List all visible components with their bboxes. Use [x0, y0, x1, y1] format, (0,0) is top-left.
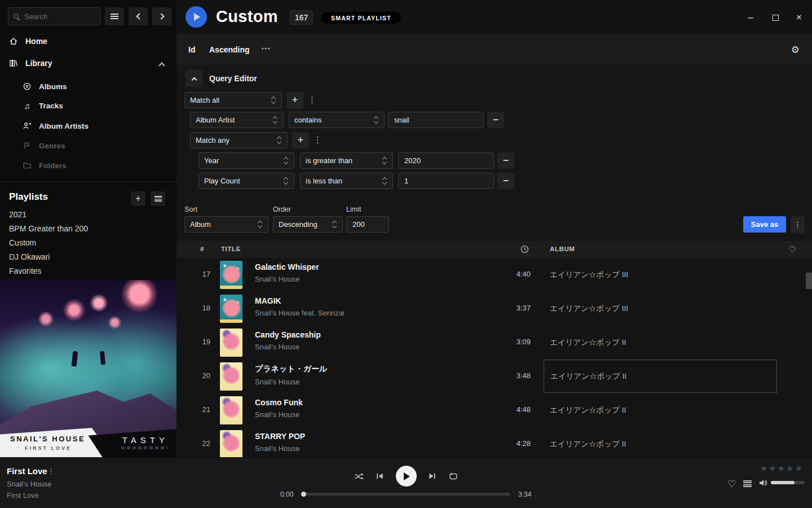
select-value: contains: [294, 116, 321, 124]
back-button[interactable]: [129, 7, 148, 25]
star-icon[interactable]: ★: [769, 463, 776, 474]
rule3-operator-select[interactable]: is less than: [300, 173, 393, 189]
now-playing-album: First Love: [7, 491, 39, 500]
cover-banner: SNAIL'S HOUSE FIRST LOVE TASTY: [0, 428, 176, 457]
table-row[interactable]: 17 Galactic Whisper Snail’s House 4:40 エ…: [176, 258, 812, 292]
skip-back-icon: [376, 472, 384, 480]
sort-field-button[interactable]: Id: [188, 45, 195, 54]
settings-gear-icon[interactable]: ⚙: [791, 44, 800, 56]
table-row[interactable]: 18 MAGIK Snail’s House feat. Sennzai 3:3…: [176, 292, 812, 326]
rule2-field-select[interactable]: Year: [198, 152, 294, 169]
focused-album-cell[interactable]: エイリアン☆ポップ II: [544, 360, 777, 393]
limit-input[interactable]: [346, 216, 389, 233]
window-close-button[interactable]: ×: [794, 12, 804, 23]
shuffle-button[interactable]: [354, 471, 364, 481]
more-options-button[interactable]: ⋯: [261, 43, 271, 54]
cover-artist-text: SNAIL'S HOUSE: [10, 435, 85, 443]
sort-toolbar: Id Ascending ⋯ ⚙: [176, 34, 812, 65]
sidebar-item-folders[interactable]: Folders: [23, 161, 67, 170]
repeat-button[interactable]: [448, 471, 458, 481]
select-value: Descending: [279, 220, 317, 229]
table-row[interactable]: 20 プラネット・ガール Snail’s House 3:48 エイリアン☆ポッ…: [176, 360, 812, 393]
favorite-heart-button[interactable]: ♡: [727, 478, 736, 490]
track-title: STARRY POP: [255, 432, 305, 441]
track-duration: 3:48: [492, 371, 531, 380]
rule1-operator-select[interactable]: contains: [289, 112, 385, 128]
cover-figure: [100, 351, 105, 365]
rule2-value-input[interactable]: [398, 152, 494, 169]
track-duration: 4:28: [492, 439, 531, 448]
play-playlist-button[interactable]: [186, 6, 207, 28]
scrollbar-thumb[interactable]: [806, 273, 812, 289]
save-as-button[interactable]: Save as: [743, 216, 786, 233]
next-track-button[interactable]: [427, 471, 438, 481]
favorite-column-heart-icon[interactable]: ♡: [789, 244, 796, 255]
cover-brand-text: TASTY: [122, 435, 169, 445]
order-select[interactable]: Descending: [273, 216, 343, 233]
rule3-value-input[interactable]: [398, 173, 494, 189]
cover-figure: [72, 351, 78, 366]
playlist-view-button[interactable]: [151, 191, 165, 206]
match-mode-select-1[interactable]: Match all: [184, 92, 282, 108]
group-menu-button-2[interactable]: ⋮: [314, 135, 322, 145]
volume-icon[interactable]: [758, 479, 768, 487]
previous-track-button[interactable]: [375, 471, 385, 481]
star-icon[interactable]: ★: [778, 463, 785, 474]
collapse-library-icon[interactable]: [158, 62, 165, 68]
playlist-item[interactable]: Custom: [9, 238, 36, 247]
playlist-item[interactable]: DJ Okawari: [9, 252, 50, 261]
column-number[interactable]: #: [200, 246, 204, 252]
sidebar-item-albums[interactable]: Albums: [23, 82, 67, 91]
queue-button[interactable]: [743, 480, 752, 487]
playlists-heading: Playlists: [9, 191, 48, 203]
track-title: Candy Spaceship: [255, 330, 321, 339]
column-title[interactable]: TITLE: [221, 246, 241, 252]
star-icon[interactable]: ★: [760, 463, 767, 474]
track-album: エイリアン☆ポップ III: [550, 270, 628, 280]
sidebar-item-genres[interactable]: Genres: [23, 141, 65, 150]
track-title: MAGIK: [255, 296, 345, 305]
window-maximize-button[interactable]: [770, 12, 780, 23]
add-playlist-button[interactable]: +: [131, 191, 145, 206]
menu-button[interactable]: [105, 7, 124, 25]
rule1-remove-button[interactable]: −: [487, 112, 504, 128]
albums-icon: [23, 82, 32, 91]
column-album[interactable]: ALBUM: [550, 246, 575, 252]
sort-direction-button[interactable]: Ascending: [209, 45, 250, 54]
search-box[interactable]: [8, 7, 100, 25]
sidebar-item-library[interactable]: Library: [9, 59, 52, 68]
window-minimize-button[interactable]: –: [745, 12, 756, 23]
star-icon[interactable]: ★: [786, 463, 793, 474]
seek-bar[interactable]: [302, 493, 510, 496]
star-icon[interactable]: ★: [795, 463, 802, 474]
rule3-field-select[interactable]: Play Count: [198, 173, 294, 189]
match-mode-select-2[interactable]: Match any: [190, 132, 288, 148]
sidebar-item-tracks[interactable]: ♫ Tracks: [23, 102, 63, 110]
group-menu-button-1[interactable]: ⋮: [308, 95, 316, 105]
rule1-field-select[interactable]: Album Artist: [190, 112, 284, 128]
rule1-value-input[interactable]: [388, 112, 484, 128]
seek-handle[interactable]: [301, 492, 306, 497]
query-editor-collapse-button[interactable]: [186, 70, 202, 87]
duration-column-clock-icon[interactable]: [520, 245, 529, 253]
table-row[interactable]: 22 STARRY POP Snail’s House 4:28 エイリアン☆ポ…: [176, 427, 812, 457]
add-rule-button-2[interactable]: +: [292, 132, 309, 148]
sidebar-item-home[interactable]: Home: [9, 37, 47, 46]
table-row[interactable]: 19 Candy Spaceship Snail’s House 3:09 エイ…: [176, 326, 812, 360]
playlist-item[interactable]: 2021: [9, 210, 27, 219]
rule2-remove-button[interactable]: −: [497, 152, 514, 169]
search-input[interactable]: [24, 12, 86, 21]
sort-select[interactable]: Album: [184, 216, 268, 233]
forward-button[interactable]: [152, 7, 171, 25]
playlist-item[interactable]: Favorites: [9, 266, 42, 275]
playlist-item[interactable]: BPM Greater than 200: [9, 224, 88, 233]
rule2-operator-select[interactable]: is greater than: [300, 152, 393, 169]
add-rule-button-1[interactable]: +: [286, 92, 303, 108]
rule3-remove-button[interactable]: −: [497, 173, 514, 189]
play-pause-button[interactable]: [396, 466, 417, 487]
query-menu-button[interactable]: ⋮: [791, 216, 805, 233]
track-artist: Snail’s House: [255, 275, 319, 283]
sidebar-item-album-artists[interactable]: Album Artists: [23, 121, 89, 130]
volume-slider[interactable]: [771, 481, 805, 484]
table-row[interactable]: 21 Cosmo Funk Snail’s House 4:48 エイリアン☆ポ…: [176, 393, 812, 427]
